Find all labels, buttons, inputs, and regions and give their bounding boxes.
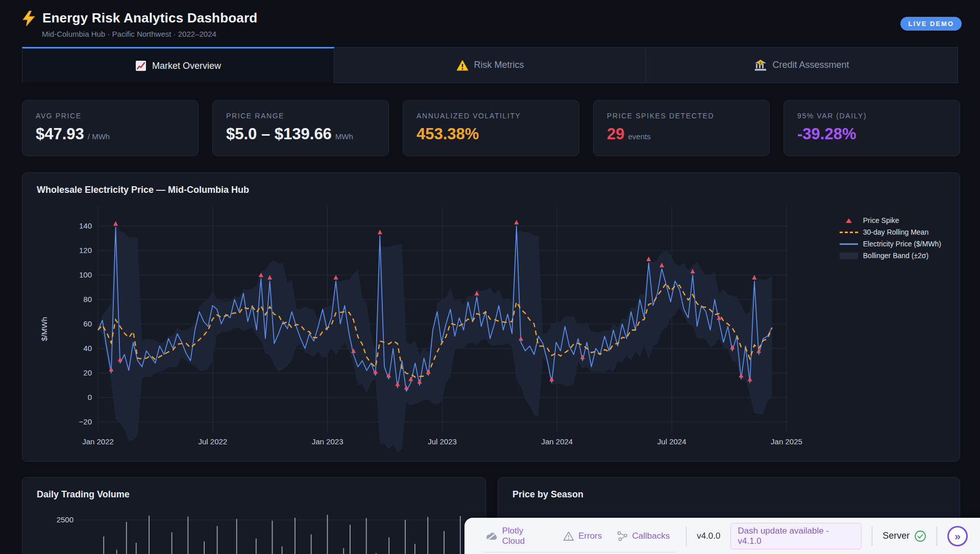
solid-line-icon xyxy=(840,243,858,245)
debug-item-label: Callbacks xyxy=(632,531,670,541)
svg-text:Jul 2023: Jul 2023 xyxy=(428,437,457,446)
svg-text:0: 0 xyxy=(88,393,92,401)
svg-text:60: 60 xyxy=(83,319,92,328)
triangle-marker-icon xyxy=(840,218,858,223)
price-chart-panel: Wholesale Electricity Price — Mid-Columb… xyxy=(22,172,960,462)
dash-version: v4.0.0 xyxy=(697,531,720,541)
kpi-price-range: PRICE RANGE $5.0 – $139.66MWh xyxy=(212,100,389,156)
live-demo-badge: LIVE DEMO xyxy=(900,17,962,31)
svg-text:100: 100 xyxy=(79,270,92,279)
svg-text:Jan 2022: Jan 2022 xyxy=(82,437,114,446)
kpi-avg-price: AVG PRICE $47.93/ MWh xyxy=(22,100,199,156)
kpi-label: PRICE RANGE xyxy=(226,112,375,120)
svg-text:$/MWh: $/MWh xyxy=(40,317,48,341)
divider xyxy=(686,526,687,546)
svg-text:Jan 2025: Jan 2025 xyxy=(771,437,802,446)
cloud-icon xyxy=(486,532,498,541)
tab-label: Credit Assessment xyxy=(772,60,849,70)
divider xyxy=(937,526,937,546)
legend-price-spike[interactable]: Price Spike xyxy=(840,216,941,224)
tab-credit-assessment[interactable]: $ Credit Assessment xyxy=(646,47,958,83)
divider xyxy=(872,526,872,546)
legend-label: Bollinger Band (±2σ) xyxy=(863,251,928,260)
legend-label: 30-day Rolling Mean xyxy=(863,228,928,236)
collapse-toolbar-button[interactable]: » xyxy=(947,526,968,546)
chart-increasing-icon xyxy=(135,60,146,71)
check-circle-icon xyxy=(914,530,926,542)
legend-bollinger-band[interactable]: Bollinger Band (±2σ) xyxy=(840,251,941,260)
kpi-annualized-volatility: ANNUALIZED VOLATILITY 453.38% xyxy=(403,100,579,156)
server-status: Server xyxy=(883,530,926,542)
volume-title: Daily Trading Volume xyxy=(37,489,471,500)
tab-risk-metrics[interactable]: Risk Metrics xyxy=(334,47,646,83)
svg-text:Jul 2024: Jul 2024 xyxy=(657,437,687,446)
warning-icon xyxy=(456,60,469,71)
debug-toggle-group: Plotly Cloud Errors Callbacks xyxy=(484,526,676,552)
kpi-unit: / MWh xyxy=(88,132,110,141)
error-triangle-icon xyxy=(563,531,574,541)
double-chevron-right-icon: » xyxy=(954,530,961,542)
kpi-price-spikes: PRICE SPIKES DETECTED 29events xyxy=(593,100,770,156)
legend-label: Price Spike xyxy=(863,216,899,224)
kpi-value: $47.93 xyxy=(36,125,84,143)
chart-legend: Price Spike 30-day Rolling Mean Electric… xyxy=(840,216,941,260)
kpi-label: PRICE SPIKES DETECTED xyxy=(607,112,756,120)
page-title: Energy Risk Analytics Dashboard xyxy=(42,10,257,26)
kpi-unit: MWh xyxy=(335,132,353,141)
page-subtitle: Mid-Columbia Hub · Pacific Northwest · 2… xyxy=(42,30,962,38)
kpi-label: 95% VAR (DAILY) xyxy=(797,112,946,120)
tab-label: Market Overview xyxy=(152,61,221,71)
plotly-cloud-button[interactable]: Plotly Cloud xyxy=(486,526,548,546)
dash-update-pill[interactable]: Dash update available - v4.1.0 xyxy=(730,523,862,549)
kpi-value: $5.0 – $139.66 xyxy=(226,125,332,143)
price-chart-title: Wholesale Electricity Price — Mid-Columb… xyxy=(37,185,945,195)
svg-text:40: 40 xyxy=(83,344,92,352)
bank-icon: $ xyxy=(754,60,767,71)
band-swatch-icon xyxy=(840,253,858,259)
callbacks-button[interactable]: Callbacks xyxy=(617,526,670,546)
debug-item-label: Errors xyxy=(578,531,602,541)
volume-panel: Daily Trading Volume 2500 xyxy=(22,477,486,554)
svg-text:20: 20 xyxy=(83,368,92,377)
callbacks-icon xyxy=(617,531,628,541)
svg-text:Jul 2022: Jul 2022 xyxy=(198,437,227,446)
errors-button[interactable]: Errors xyxy=(563,526,602,546)
legend-label: Electricity Price ($/MWh) xyxy=(863,240,941,248)
svg-text:2500: 2500 xyxy=(57,515,74,524)
tab-market-overview[interactable]: Market Overview xyxy=(22,47,334,83)
legend-rolling-mean[interactable]: 30-day Rolling Mean xyxy=(840,228,941,236)
kpi-row: AVG PRICE $47.93/ MWh PRICE RANGE $5.0 –… xyxy=(22,100,960,156)
kpi-value: 453.38% xyxy=(416,125,479,143)
tab-bar: Market Overview Risk Metrics $ Credit As… xyxy=(22,47,958,83)
volume-chart[interactable]: 2500 xyxy=(37,506,471,554)
svg-text:−20: −20 xyxy=(79,417,92,426)
dash-debug-bar: Plotly Cloud Errors Callbacks v4.0.0 Das… xyxy=(464,518,980,554)
svg-text:140: 140 xyxy=(79,221,92,230)
kpi-value: -39.28% xyxy=(797,125,856,143)
kpi-label: ANNUALIZED VOLATILITY xyxy=(416,112,566,120)
price-chart[interactable]: Jan 2022Jul 2022Jan 2023Jul 2023Jan 2024… xyxy=(37,202,946,458)
svg-text:80: 80 xyxy=(83,295,92,304)
kpi-unit: events xyxy=(628,132,650,141)
tab-label: Risk Metrics xyxy=(474,60,524,70)
kpi-var-daily: 95% VAR (DAILY) -39.28% xyxy=(783,100,960,156)
kpi-value: 29 xyxy=(607,125,624,143)
app-header: Energy Risk Analytics Dashboard Mid-Colu… xyxy=(0,0,980,38)
svg-text:Jan 2024: Jan 2024 xyxy=(541,437,573,446)
lightning-icon xyxy=(22,11,36,26)
season-title: Price by Season xyxy=(512,489,945,500)
server-label: Server xyxy=(883,531,910,541)
svg-text:Jan 2023: Jan 2023 xyxy=(312,437,344,446)
kpi-label: AVG PRICE xyxy=(36,112,185,120)
legend-electricity-price[interactable]: Electricity Price ($/MWh) xyxy=(840,240,941,248)
svg-text:120: 120 xyxy=(79,246,92,255)
dashed-line-icon xyxy=(840,232,858,233)
debug-item-label: Plotly Cloud xyxy=(502,526,548,546)
